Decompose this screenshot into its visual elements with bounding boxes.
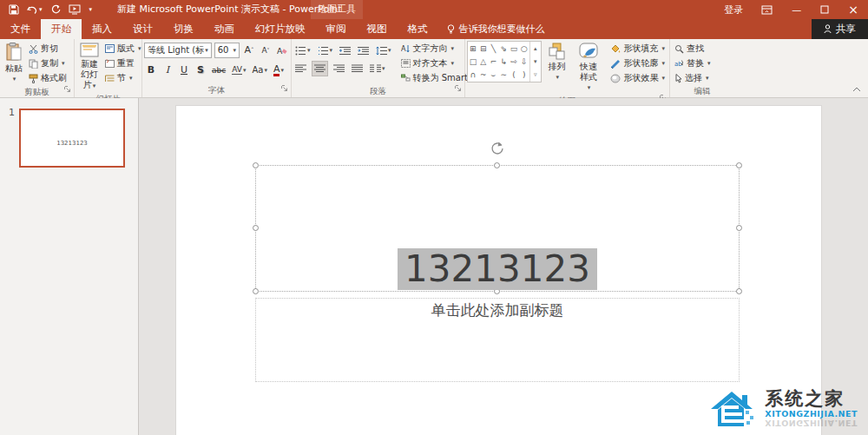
shape-elbow-icon[interactable]: ⌐ (489, 55, 499, 68)
grow-font-button[interactable]: A˄ (242, 43, 256, 58)
resize-handle-top-middle[interactable] (494, 162, 500, 168)
cut-button[interactable]: 剪切 (26, 42, 69, 56)
resize-handle-middle-right[interactable] (736, 225, 742, 231)
tab-design[interactable]: 设计 (122, 19, 163, 39)
tab-file[interactable]: 文件 (0, 19, 41, 39)
character-spacing-button[interactable]: AV▾ (230, 63, 247, 78)
shape-textbox-icon[interactable]: ⊞ (468, 42, 478, 55)
slide-canvas[interactable]: 13213123 单击此处添加副标题 (139, 98, 868, 435)
tab-format[interactable]: 格式 (398, 19, 438, 39)
bullets-button[interactable]: ▾ (293, 43, 312, 58)
share-button[interactable]: 共享 (812, 19, 868, 39)
shape-triangle-icon[interactable]: △ (478, 55, 489, 68)
quick-styles-button[interactable]: 快速样式 ▾ (573, 41, 605, 95)
paste-button[interactable]: 粘贴 ▾ (2, 41, 26, 86)
undo-button[interactable]: ▾ (27, 5, 43, 15)
shape-cloud-icon[interactable]: ∩ (468, 69, 478, 82)
tab-slideshow[interactable]: 幻灯片放映 (245, 19, 316, 39)
shape-line-icon[interactable]: ╲ (489, 42, 499, 55)
change-case-button[interactable]: Aa▾ (250, 63, 268, 78)
maximize-button[interactable] (811, 0, 838, 19)
format-painter-button[interactable]: 格式刷 (26, 71, 69, 85)
shape-arrow-icon[interactable]: ⇘ (498, 42, 509, 55)
shape-freeform-icon[interactable]: ~ (478, 69, 489, 82)
tab-home[interactable]: 开始 (41, 19, 82, 39)
rotate-handle[interactable] (490, 141, 505, 159)
minimize-button[interactable]: — (782, 0, 811, 19)
numbering-button[interactable]: ▾ (316, 43, 335, 58)
reset-button[interactable]: 重置 (102, 56, 144, 70)
paragraph-dialog-launcher-icon[interactable] (455, 83, 462, 96)
shape-rectangle-icon[interactable]: ▭ (509, 42, 519, 55)
font-size-combobox[interactable]: 60▾ (214, 43, 240, 58)
arrange-button[interactable]: 排列 ▾ (545, 41, 569, 84)
shapes-gallery-scrollbar[interactable]: ▴ ▾ ▿ (529, 42, 541, 82)
align-right-button[interactable] (332, 61, 346, 76)
subtitle-placeholder[interactable]: 单击此处添加副标题 (255, 298, 740, 382)
start-slideshow-button[interactable] (69, 4, 81, 15)
shape-rounded-rectangle-icon[interactable]: □ (468, 55, 478, 68)
decrease-indent-button[interactable] (338, 43, 352, 58)
customize-qat-icon[interactable]: ▾ (89, 6, 93, 13)
shape-oval-icon[interactable]: ○ (519, 42, 529, 55)
clear-formatting-button[interactable]: A (275, 43, 289, 58)
replace-button[interactable]: ab 替换▾ (672, 56, 713, 70)
shape-effects-button[interactable]: 形状效果▾ (608, 71, 667, 85)
shape-left-brace-icon[interactable]: ( (509, 69, 519, 82)
columns-button[interactable]: ▾ (368, 61, 387, 76)
redo-button[interactable] (50, 4, 61, 15)
text-shadow-button[interactable]: S (194, 63, 207, 78)
shape-outline-button[interactable]: 形状轮廓▾ (608, 56, 667, 70)
tell-me-box[interactable]: 告诉我你想要做什么 (438, 19, 554, 39)
layout-button[interactable]: 版式▾ (102, 42, 144, 56)
section-button[interactable]: 节▾ (102, 71, 144, 85)
title-placeholder[interactable]: 13213123 (255, 165, 740, 292)
shape-down-arrow-icon[interactable]: ⇩ (519, 55, 529, 68)
italic-button[interactable]: I (161, 63, 174, 78)
increase-indent-button[interactable] (356, 43, 371, 58)
find-button[interactable]: 查找 (672, 42, 713, 56)
slide-thumbnail[interactable]: 13213123 (19, 109, 125, 168)
save-icon[interactable] (9, 4, 19, 15)
font-name-combobox[interactable]: 等线 Light (标▾ (144, 43, 212, 58)
new-slide-button[interactable]: 新建 幻灯片▾ (76, 41, 102, 93)
resize-handle-top-left[interactable] (253, 162, 259, 168)
align-center-button[interactable] (312, 61, 328, 76)
shape-arc-icon[interactable]: ⌣ (489, 69, 499, 82)
slide-thumbnail-panel[interactable]: 1 13213123 (0, 98, 139, 435)
title-text[interactable]: 13213123 (256, 248, 739, 290)
align-left-button[interactable] (293, 61, 308, 76)
shape-right-brace-icon[interactable]: ) (519, 69, 529, 82)
shrink-font-button[interactable]: A˅ (259, 43, 273, 58)
strikethrough-button[interactable]: abc (210, 63, 227, 78)
undo-dropdown-icon[interactable]: ▾ (39, 6, 43, 13)
justify-button[interactable] (350, 61, 365, 76)
select-button[interactable]: 选择▾ (672, 71, 713, 85)
close-button[interactable]: × (838, 0, 868, 19)
line-spacing-button[interactable]: ▾ (374, 43, 393, 58)
shape-elbow-arrow-icon[interactable]: ↳ (498, 55, 509, 68)
paste-dropdown-icon[interactable]: ▾ (13, 74, 16, 84)
underline-button[interactable]: U (177, 63, 191, 78)
shape-fill-button[interactable]: 形状填充▾ (608, 42, 667, 56)
resize-handle-top-right[interactable] (736, 162, 742, 168)
collapse-ribbon-icon[interactable] (852, 83, 861, 95)
tab-view[interactable]: 视图 (357, 19, 398, 39)
tab-review[interactable]: 审阅 (316, 19, 357, 39)
font-dialog-launcher-icon[interactable] (281, 83, 288, 96)
resize-handle-middle-left[interactable] (253, 225, 259, 231)
sign-in-button[interactable]: 登录 (715, 3, 752, 16)
tab-insert[interactable]: 插入 (82, 19, 122, 39)
clipboard-dialog-launcher-icon[interactable] (64, 84, 71, 96)
shape-vertical-textbox-icon[interactable]: ⊟ (478, 42, 489, 55)
font-color-button[interactable]: A▾ (272, 63, 286, 78)
ribbon-display-options-icon[interactable] (752, 0, 782, 19)
shape-right-arrow-icon[interactable]: ⇨ (509, 55, 519, 68)
selected-text[interactable]: 13213123 (398, 248, 597, 290)
shapes-gallery[interactable]: ⊞ ⊟ ╲ ⇘ ▭ ○ □ △ ⌐ ↳ ⇨ ⇩ ∩ ~ ⌣ (467, 41, 542, 82)
bold-button[interactable]: B (144, 63, 158, 78)
shape-curve-icon[interactable]: ∼ (498, 69, 509, 82)
copy-button[interactable]: 复制▾ (26, 56, 69, 70)
tab-animations[interactable]: 动画 (204, 19, 245, 39)
tab-transitions[interactable]: 切换 (163, 19, 204, 39)
